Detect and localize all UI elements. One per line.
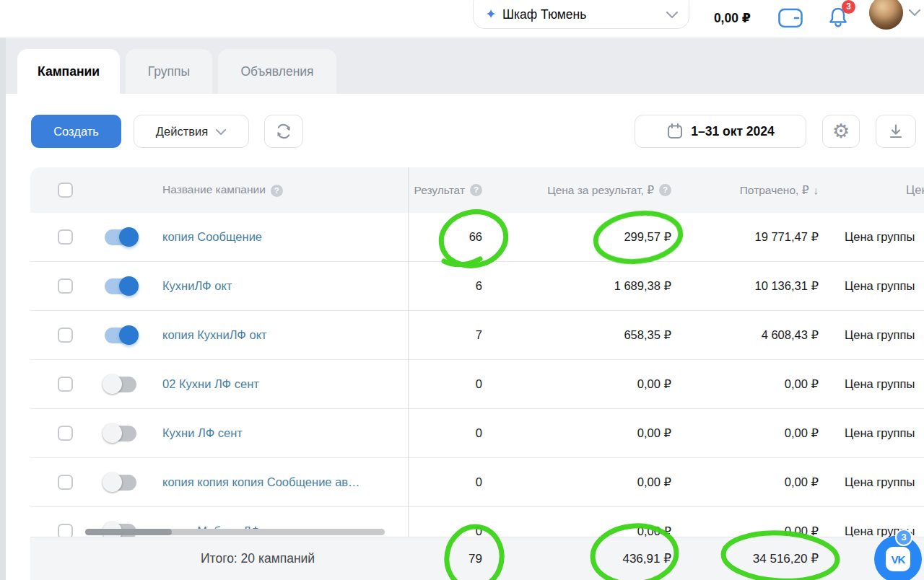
- cost-per-result-cell: 0,00 ₽: [491, 426, 680, 440]
- spent-cell: 0,00 ₽: [680, 377, 829, 391]
- result-cell: 66: [408, 230, 491, 244]
- refresh-button[interactable]: [264, 115, 303, 148]
- spent-cell: 19 771,47 ₽: [680, 230, 829, 244]
- date-range-picker[interactable]: 1–31 окт 2024: [635, 115, 806, 148]
- frozen-column-divider: [408, 167, 409, 537]
- calendar-icon: [666, 123, 684, 140]
- column-header-name[interactable]: Название кампании?: [162, 183, 283, 197]
- price-type-cell: Цена группы: [829, 426, 924, 440]
- account-name: Шкаф Тюмень: [502, 7, 666, 22]
- campaign-toggle[interactable]: [105, 328, 136, 343]
- result-cell: 6: [408, 279, 491, 293]
- toolbar: Создать Действия 1–31 окт 2024 ⚙: [0, 94, 924, 167]
- spent-cell: 4 608,43 ₽: [680, 328, 829, 342]
- column-header-spent[interactable]: Потрачено, ₽↓: [680, 184, 829, 197]
- cost-per-result-cell: 0,00 ₽: [491, 377, 680, 391]
- gear-icon: ⚙: [832, 122, 850, 141]
- total-spent: 34 516,20 ₽: [680, 551, 829, 566]
- horizontal-scrollbar[interactable]: [85, 529, 385, 535]
- total-result: 79: [408, 552, 491, 566]
- spent-cell: 0,00 ₽: [680, 426, 829, 440]
- price-type-cell: Цена группы: [829, 475, 924, 489]
- spent-cell: 10 136,31 ₽: [680, 279, 829, 293]
- price-type-cell: Цена группы: [829, 230, 924, 244]
- profile-chevron-icon[interactable]: [908, 7, 921, 17]
- vk-ads-campaigns-page: ✦ Шкаф Тюмень 0,00 ₽ 3 Кампании Группы О…: [0, 0, 924, 580]
- balance-amount: 0,00 ₽: [714, 11, 751, 26]
- column-header-price[interactable]: Цена: [829, 183, 924, 197]
- table-body: копия Сообщение 66 299,57 ₽ 19 771,47 ₽ …: [30, 213, 924, 556]
- column-header-result[interactable]: Результат?: [408, 184, 491, 197]
- actions-label: Действия: [156, 125, 208, 139]
- account-selector[interactable]: ✦ Шкаф Тюмень: [473, 0, 689, 29]
- download-icon: [887, 123, 905, 140]
- table-row: Кухни ЛФ сент 0 0,00 ₽ 0,00 ₽ Цена групп…: [30, 409, 924, 458]
- table-row: копия копия копия Сообщение ав… 0 0,00 ₽…: [30, 458, 924, 507]
- scrollbar-thumb[interactable]: [85, 529, 172, 535]
- toggle-knob: [103, 423, 122, 443]
- cost-per-result-cell: 658,35 ₽: [491, 328, 680, 342]
- price-type-cell: Цена группы: [829, 377, 924, 391]
- campaign-name-link[interactable]: Кухни ЛФ сент: [162, 426, 243, 440]
- wallet-icon: [777, 7, 803, 29]
- avatar[interactable]: [869, 0, 903, 30]
- download-button[interactable]: [876, 115, 916, 148]
- wallet-button[interactable]: [777, 7, 804, 30]
- price-type-cell: Цена группы: [829, 279, 924, 293]
- campaign-name-link[interactable]: копия КухниЛФ окт: [162, 328, 267, 342]
- toggle-knob: [103, 374, 122, 394]
- table-row: копия КухниЛФ окт 7 658,35 ₽ 4 608,43 ₽ …: [30, 311, 924, 360]
- table-row: копия Сообщение 66 299,57 ₽ 19 771,47 ₽ …: [30, 213, 924, 262]
- total-cost-per-result: 436,91 ₽: [491, 551, 680, 566]
- column-header-cost-per-result[interactable]: Цена за результат, ₽?: [491, 184, 680, 197]
- table-row: КухниЛФ окт 6 1 689,38 ₽ 10 136,31 ₽ Цен…: [30, 262, 924, 311]
- select-all-checkbox[interactable]: [58, 183, 73, 198]
- campaign-toggle[interactable]: [105, 229, 136, 245]
- totals-label: Итого: 20 кампаний: [201, 551, 315, 566]
- row-checkbox[interactable]: [58, 475, 73, 490]
- create-button[interactable]: Создать: [31, 115, 121, 148]
- row-checkbox[interactable]: [58, 229, 73, 245]
- row-checkbox[interactable]: [58, 377, 73, 392]
- actions-dropdown[interactable]: Действия: [134, 115, 249, 148]
- campaign-toggle[interactable]: [105, 377, 136, 392]
- campaign-name-link[interactable]: КухниЛФ окт: [162, 279, 232, 293]
- row-checkbox[interactable]: [58, 278, 73, 294]
- result-cell: 0: [408, 475, 491, 489]
- toggle-knob: [119, 325, 139, 345]
- vk-logo-icon: VK: [886, 547, 910, 571]
- tab-campaigns[interactable]: Кампании: [17, 49, 120, 94]
- page-left-edge: [0, 38, 6, 580]
- result-cell: 0: [408, 377, 491, 391]
- campaign-name-link[interactable]: копия копия копия Сообщение ав…: [162, 475, 360, 489]
- price-type-cell: Цена группы: [829, 328, 924, 342]
- campaign-name-link[interactable]: копия Сообщение: [162, 230, 262, 244]
- vk-widget-badge: 3: [895, 529, 912, 546]
- help-icon[interactable]: ?: [659, 184, 671, 196]
- topbar: ✦ Шкаф Тюмень 0,00 ₽ 3: [0, 0, 924, 38]
- toggle-knob: [119, 227, 139, 247]
- sort-desc-icon: ↓: [814, 184, 819, 196]
- campaign-toggle[interactable]: [105, 475, 136, 491]
- help-icon[interactable]: ?: [470, 184, 482, 196]
- campaigns-table: Название кампании? Результат? Цена за ре…: [30, 167, 924, 580]
- spent-cell: 0,00 ₽: [680, 475, 829, 489]
- toggle-knob: [119, 276, 139, 296]
- result-cell: 0: [408, 426, 491, 440]
- help-icon[interactable]: ?: [271, 185, 283, 197]
- refresh-icon: [274, 122, 293, 141]
- tab-ads[interactable]: Объявления: [218, 49, 336, 94]
- chevron-down-icon: [215, 128, 227, 136]
- tab-groups[interactable]: Группы: [126, 49, 212, 94]
- tab-bar: Кампании Группы Объявления: [0, 38, 924, 94]
- row-checkbox[interactable]: [58, 328, 73, 343]
- table-summary-row: Итого: 20 кампаний 79 436,91 ₽ 34 516,20…: [30, 537, 924, 580]
- settings-button[interactable]: ⚙: [822, 115, 860, 148]
- campaign-name-link[interactable]: 02 Кухни ЛФ сент: [162, 377, 259, 391]
- campaign-toggle[interactable]: [105, 426, 136, 441]
- campaign-toggle[interactable]: [105, 278, 136, 294]
- result-cell: 7: [408, 328, 491, 342]
- row-checkbox[interactable]: [58, 426, 73, 441]
- toggle-knob: [103, 473, 122, 492]
- notifications-button[interactable]: 3: [825, 6, 851, 30]
